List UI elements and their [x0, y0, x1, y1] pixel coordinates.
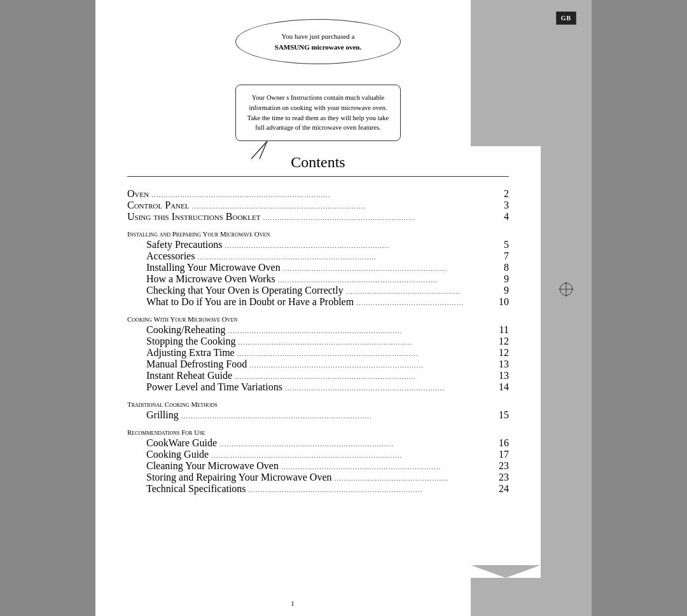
toc-row-doubt: What to Do if You are in Doubt or Have a…	[127, 296, 509, 308]
page-left: You have just purchased a SAMSUNG microw…	[95, 0, 541, 616]
toc-section-label-installing: Installing and Preparing Your Microwave …	[127, 230, 270, 238]
toc-page-oven: 2	[496, 188, 509, 200]
toc-label-cookware: CookWare Guide	[146, 437, 217, 449]
page-sidebar: GB	[541, 0, 592, 616]
toc-page-adjusting: 12	[496, 347, 509, 359]
toc-row-instructions-booklet: Using this Instructions Booklet ........…	[127, 211, 509, 222]
toc-label-adjusting: Adjusting Extra Time	[146, 347, 235, 359]
toc-row-cleaning: Cleaning Your Microwave Oven ...........…	[127, 460, 509, 472]
toc-section-label-recommendations: Recommendations For Use	[127, 428, 205, 436]
toc-dots-adjusting: ........................................…	[237, 350, 494, 357]
toc-row-adjusting: Adjusting Extra Time ...................…	[127, 347, 509, 359]
toc-dots-cooking-guide: ........................................…	[211, 451, 494, 459]
toc-page-stopping: 12	[496, 336, 509, 347]
toc-row-installing-oven: Installing Your Microwave Oven .........…	[127, 262, 509, 273]
toc-label-instant-reheat: Instant Reheat Guide	[146, 370, 232, 381]
toc-section-traditional: Traditional Cooking Methods	[127, 398, 509, 409]
toc-section-recommendations: Recommendations For Use	[127, 426, 509, 437]
toc-row-cookware: CookWare Guide .........................…	[127, 437, 509, 449]
toc-page-accessories: 7	[496, 250, 509, 262]
toc-dots-installing-oven: ........................................…	[283, 264, 494, 272]
bubble1-line2: SAMSUNG microwave oven.	[250, 42, 386, 53]
toc-dots-cleaning: ........................................…	[281, 463, 494, 470]
toc-section-label-traditional: Traditional Cooking Methods	[127, 400, 218, 408]
toc-page-technical: 24	[496, 483, 509, 495]
toc-dots-cooking-reheating: ........................................…	[228, 327, 494, 334]
toc-row-cooking-guide: Cooking Guide ..........................…	[127, 449, 509, 460]
toc-label-manual-defrost: Manual Defrosting Food	[146, 359, 247, 370]
toc-row-storing: Storing and Repairing Your Microwave Ove…	[127, 472, 509, 483]
toc-page-control-panel: 3	[496, 200, 509, 211]
toc-dots-technical: ........................................…	[249, 486, 494, 493]
speech-bubble-1: You have just purchased a SAMSUNG microw…	[235, 19, 401, 64]
toc-dots-stopping: ........................................…	[238, 338, 494, 346]
toc-page-cookware: 16	[496, 437, 509, 449]
toc-page-cooking-guide: 17	[496, 449, 509, 460]
toc-row-instant-reheat: Instant Reheat Guide ...................…	[127, 370, 509, 381]
contents-section: Contents Oven ..........................…	[95, 147, 541, 507]
toc-page-power-level: 14	[496, 381, 509, 393]
toc-page-instructions-booklet: 4	[496, 211, 509, 222]
toc-dots-safety: ........................................…	[225, 242, 494, 249]
toc-dots-how-microwave: ........................................…	[278, 276, 494, 284]
toc-page-checking: 9	[496, 285, 509, 296]
toc-page-storing: 23	[496, 472, 509, 483]
crosshair-icon	[559, 282, 574, 297]
toc-dots-control-panel: ........................................…	[192, 202, 494, 210]
toc-dots-grilling: ........................................…	[181, 412, 494, 420]
toc-label-storing: Storing and Repairing Your Microwave Ove…	[146, 472, 332, 483]
toc-label-oven: Oven	[127, 188, 149, 200]
toc-label-cooking-reheating: Cooking/Reheating	[146, 324, 225, 336]
speech-bubble-2: Your Owner s Instructions contain much v…	[235, 85, 401, 141]
toc-dots-doubt: ........................................…	[356, 299, 494, 306]
toc-row-stopping: Stopping the Cooking ...................…	[127, 336, 509, 347]
toc-page-how-microwave: 9	[496, 273, 509, 285]
toc-page-grilling: 15	[496, 409, 509, 421]
bubble2-text: Your Owner s Instructions contain much v…	[247, 94, 389, 131]
toc-label-how-microwave: How a Microwave Oven Works	[146, 273, 275, 285]
toc-label-instructions-booklet: Using this Instructions Booklet	[127, 211, 260, 222]
gb-badge: GB	[556, 11, 576, 25]
bubble1-line1: You have just purchased a	[250, 31, 386, 42]
toc-label-power-level: Power Level and Time Variations	[146, 381, 282, 393]
toc-label-safety: Safety Precautions	[146, 239, 223, 250]
toc-page-cleaning: 23	[496, 460, 509, 472]
toc-label-control-panel: Control Panel	[127, 200, 190, 211]
page-number: 1	[95, 599, 490, 607]
toc-row-technical: Technical Specifications ...............…	[127, 483, 509, 495]
toc-label-cooking-guide: Cooking Guide	[146, 449, 209, 460]
toc-row-oven: Oven ...................................…	[127, 188, 509, 200]
contents-divider	[127, 176, 509, 177]
contents-title: Contents	[127, 154, 509, 171]
toc: Oven ...................................…	[127, 188, 509, 495]
toc-page-safety: 5	[496, 239, 509, 250]
toc-label-accessories: Accessories	[146, 250, 195, 262]
toc-row-grilling: Grilling ...............................…	[127, 409, 509, 421]
toc-page-manual-defrost: 13	[496, 359, 509, 370]
toc-row-manual-defrost: Manual Defrosting Food .................…	[127, 359, 509, 370]
toc-label-installing-oven: Installing Your Microwave Oven	[146, 262, 281, 273]
toc-label-grilling: Grilling	[146, 409, 179, 421]
toc-page-doubt: 10	[496, 296, 509, 308]
toc-label-stopping: Stopping the Cooking	[146, 336, 235, 347]
toc-page-instant-reheat: 13	[496, 370, 509, 381]
toc-row-safety: Safety Precautions .....................…	[127, 239, 509, 250]
toc-dots-power-level: ........................................…	[285, 384, 494, 392]
toc-label-technical: Technical Specifications	[146, 483, 246, 495]
toc-dots-cookware: ........................................…	[219, 440, 494, 448]
speech-bubble-container: You have just purchased a SAMSUNG microw…	[235, 19, 401, 141]
toc-row-power-level: Power Level and Time Variations ........…	[127, 381, 509, 393]
toc-dots-manual-defrost: ........................................…	[249, 361, 494, 369]
toc-label-doubt: What to Do if You are in Doubt or Have a…	[146, 296, 354, 308]
toc-row-how-microwave: How a Microwave Oven Works .............…	[127, 273, 509, 285]
toc-dots-instant-reheat: ........................................…	[235, 373, 494, 380]
toc-label-checking: Checking that Your Oven is Operating Cor…	[146, 285, 344, 296]
toc-row-control-panel: Control Panel ..........................…	[127, 200, 509, 211]
toc-section-installing: Installing and Preparing Your Microwave …	[127, 228, 509, 239]
toc-section-cooking: Cooking With Your Microwave Oven	[127, 313, 509, 324]
toc-label-cleaning: Cleaning Your Microwave Oven	[146, 460, 279, 472]
toc-dots-storing: ........................................…	[335, 474, 494, 482]
toc-section-label-cooking: Cooking With Your Microwave Oven	[127, 315, 237, 323]
toc-row-cooking-reheating: Cooking/Reheating ......................…	[127, 324, 509, 336]
toc-dots-instructions-booklet: ........................................…	[263, 214, 494, 221]
